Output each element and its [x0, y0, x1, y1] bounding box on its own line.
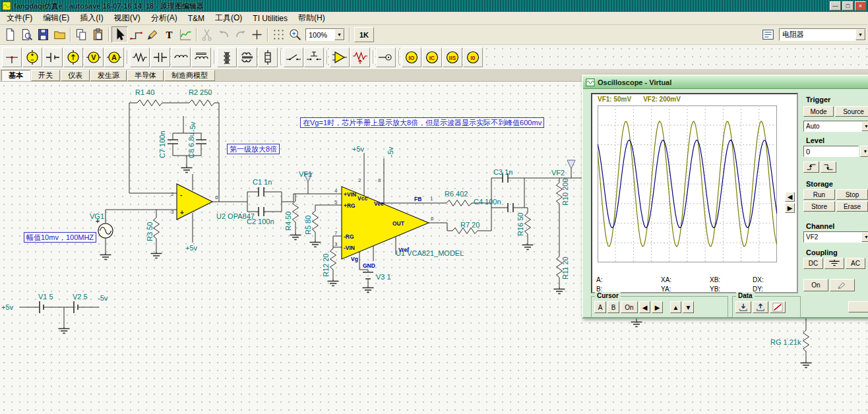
- coupling-dc-button[interactable]: DC: [803, 258, 823, 269]
- resistor-button[interactable]: [130, 47, 150, 67]
- storage-run-button[interactable]: Run: [803, 189, 835, 200]
- channel-on-button[interactable]: On: [803, 279, 828, 291]
- wire-tool-button[interactable]: [128, 26, 144, 43]
- copy-button[interactable]: [73, 26, 90, 43]
- cursor-right-button[interactable]: ▶: [652, 301, 663, 313]
- zoom-in-button[interactable]: [287, 26, 303, 43]
- channel-select[interactable]: VF2 ▼: [803, 231, 868, 243]
- oscilloscope-titlebar[interactable]: Oscilloscope - Virtual: [583, 76, 868, 89]
- chevron-down-icon[interactable]: ▼: [861, 232, 868, 242]
- grid-toggle-button[interactable]: [270, 26, 287, 43]
- trigger-source-button[interactable]: Source: [835, 106, 868, 117]
- titlebar[interactable]: fangdaqi仿真e - autosave 16-07-16 14_18 - …: [0, 0, 868, 12]
- relay-button[interactable]: [258, 47, 278, 67]
- interference-mode-button[interactable]: 1K: [354, 27, 374, 42]
- cursor-down-button[interactable]: ▼: [683, 301, 694, 313]
- chevron-down-icon[interactable]: ▼: [855, 29, 865, 40]
- cursor-up-button[interactable]: ▲: [670, 301, 681, 313]
- connector-button[interactable]: [376, 47, 396, 67]
- data-save-button[interactable]: [735, 301, 751, 313]
- inductor-core-button[interactable]: [191, 47, 211, 67]
- storage-erase-button[interactable]: Erase: [836, 201, 868, 212]
- potentiometer-button[interactable]: [350, 47, 370, 67]
- scroll-left-button[interactable]: ◀: [785, 192, 795, 202]
- menu-item[interactable]: 插入(I): [75, 11, 108, 25]
- storage-store-button[interactable]: Store: [803, 201, 835, 212]
- tab-制造商模型[interactable]: 制造商模型: [164, 70, 215, 81]
- menu-item[interactable]: 视图(V): [109, 11, 146, 25]
- voltmeter-button[interactable]: [84, 47, 104, 67]
- crosshair-tool-button[interactable]: [249, 26, 265, 43]
- chevron-down-icon[interactable]: ▼: [334, 29, 344, 40]
- redo-button[interactable]: [232, 26, 249, 43]
- maximize-button[interactable]: □: [842, 1, 853, 11]
- cursor-b-button[interactable]: B: [607, 301, 619, 313]
- ammeter-button[interactable]: [104, 47, 124, 67]
- menu-item[interactable]: 工具(O): [210, 11, 247, 25]
- cursor-on-button[interactable]: On: [621, 301, 638, 313]
- undo-button[interactable]: [216, 26, 232, 43]
- cursor-left-button[interactable]: ◀: [639, 301, 650, 313]
- trigger-mode-select[interactable]: Auto ▼: [803, 121, 868, 132]
- ic-iis-button[interactable]: IIS: [443, 47, 462, 67]
- tab-仪表[interactable]: 仪表: [61, 70, 90, 81]
- data-clear-button[interactable]: [770, 301, 786, 313]
- battery-button[interactable]: [43, 47, 63, 67]
- storage-stop-button[interactable]: Stop: [836, 189, 868, 200]
- ic-ic-button[interactable]: IC: [422, 47, 442, 67]
- toolbar-separator: [108, 28, 109, 42]
- waveform-tool-button[interactable]: [177, 26, 194, 43]
- data-export-button[interactable]: [753, 301, 768, 313]
- menu-item[interactable]: 帮助(H): [293, 11, 330, 25]
- oscilloscope-window[interactable]: Oscilloscope - Virtual VF1: 50mV VF2: 20…: [582, 74, 868, 318]
- coupled-inductor-button[interactable]: [237, 47, 257, 67]
- rising-edge-button[interactable]: [803, 162, 819, 173]
- chevron-down-icon[interactable]: ▼: [861, 121, 868, 131]
- folder-button[interactable]: [51, 26, 68, 43]
- menu-item[interactable]: T&M: [183, 13, 210, 24]
- ic-i0-button[interactable]: I0: [463, 47, 483, 67]
- zoom-select[interactable]: 100% ▼: [305, 28, 345, 41]
- wire-component-button[interactable]: [2, 47, 22, 67]
- tab-开关[interactable]: 开关: [31, 70, 60, 81]
- transformer-button[interactable]: [217, 47, 237, 67]
- voltage-source-button[interactable]: [22, 47, 42, 67]
- menu-item[interactable]: 编辑(E): [38, 11, 75, 25]
- switch-button[interactable]: [284, 47, 303, 67]
- scroll-right-button[interactable]: ▶: [785, 203, 795, 213]
- tab-发生源[interactable]: 发生源: [90, 70, 127, 81]
- voltage-probe-vf2[interactable]: [567, 160, 575, 169]
- minimize-button[interactable]: —: [830, 1, 841, 11]
- falling-edge-button[interactable]: [821, 162, 836, 173]
- menu-item[interactable]: 文件(F): [1, 11, 38, 25]
- component-list-button[interactable]: [760, 26, 776, 43]
- save-button[interactable]: [35, 26, 51, 43]
- auto-scale-button[interactable]: Aut: [848, 301, 868, 312]
- text-tool-button[interactable]: [161, 26, 177, 43]
- trigger-level-input[interactable]: [803, 146, 859, 157]
- cut-button[interactable]: [199, 26, 216, 43]
- tab-半导体[interactable]: 半导体: [127, 70, 164, 81]
- current-source-button[interactable]: [63, 47, 83, 67]
- close-button[interactable]: ×: [855, 1, 866, 11]
- capacitor-button[interactable]: [150, 47, 170, 67]
- tab-基本[interactable]: 基本: [1, 70, 30, 81]
- probe-edit-button[interactable]: [830, 279, 855, 291]
- trigger-mode-button[interactable]: Mode: [803, 106, 834, 117]
- pushbutton-switch-button[interactable]: [304, 47, 324, 67]
- menu-item[interactable]: 分析(A): [146, 11, 183, 25]
- cursor-a-button[interactable]: A: [594, 301, 606, 313]
- open-button[interactable]: [18, 26, 35, 43]
- pen-tool-button[interactable]: [144, 26, 161, 43]
- ic-io-button[interactable]: IO: [402, 47, 421, 67]
- inductor-button[interactable]: [171, 47, 191, 67]
- level-spin-button[interactable]: ▼: [860, 146, 868, 157]
- menu-item[interactable]: TI Utilities: [247, 13, 293, 24]
- select-tool-button[interactable]: [111, 26, 128, 43]
- component-picker-select[interactable]: 电阻器 ▼: [779, 28, 866, 41]
- coupling-ac-button[interactable]: AC: [846, 258, 865, 269]
- new-button[interactable]: [2, 26, 18, 43]
- coupling-ground-button[interactable]: [824, 258, 844, 269]
- opamp-button[interactable]: [330, 47, 350, 67]
- paste-button[interactable]: [90, 26, 106, 43]
